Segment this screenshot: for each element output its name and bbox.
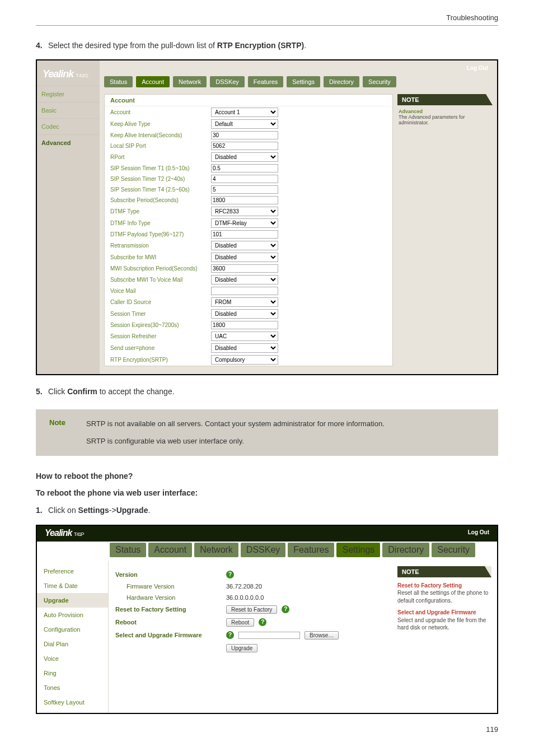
logout-link[interactable]: Log Out: [467, 65, 488, 71]
side-tab-register[interactable]: Register: [37, 86, 100, 102]
settings-select[interactable]: DTMF-Relay: [211, 218, 278, 228]
settings-key: Retransmission: [110, 242, 211, 249]
upgrade-file-input[interactable]: [238, 632, 300, 639]
tab-settings[interactable]: Settings: [287, 76, 320, 87]
tab-directory[interactable]: Directory: [324, 76, 359, 87]
settings-row: Caller ID SourceFROM: [105, 296, 392, 308]
settings-row: Subscribe MWI To Voice MailDisabled: [105, 274, 392, 286]
settings-key: SIP Session Timer T1 (0.5~10s): [110, 165, 211, 171]
sidebar-item[interactable]: Softkey Layout: [37, 695, 108, 710]
settings-table: Account AccountAccount 1Keep Alive TypeD…: [104, 94, 393, 366]
reboot-button[interactable]: Reboot: [226, 618, 254, 627]
upgrade-button[interactable]: Upgrade: [226, 644, 257, 652]
tab2-account[interactable]: Account: [148, 543, 192, 557]
step-1-num: 1.: [36, 504, 46, 516]
help-icon[interactable]: ?: [226, 571, 234, 578]
settings-select[interactable]: Disabled: [211, 241, 278, 250]
settings-row: RetransmissionDisabled: [105, 240, 392, 251]
settings-key: Session Refresher: [110, 333, 211, 339]
step-1-b2: Upgrade: [116, 506, 148, 515]
tab-features[interactable]: Features: [248, 76, 283, 87]
settings-select[interactable]: UAC: [211, 332, 278, 341]
side-tab-codec[interactable]: Codec: [37, 118, 100, 134]
settings-input[interactable]: [211, 131, 278, 139]
settings-key: SIP Session Timer T4 (2.5~60s): [110, 186, 211, 193]
settings-input[interactable]: [211, 142, 278, 150]
tab-status[interactable]: Status: [104, 76, 133, 87]
settings-select[interactable]: Disabled: [211, 343, 278, 353]
settings-input[interactable]: [211, 287, 278, 295]
sidebar-item[interactable]: Auto Provision: [37, 608, 108, 622]
settings-input[interactable]: [211, 185, 278, 194]
settings-select[interactable]: Account 1: [211, 108, 278, 117]
step-1-upgrade: 1. Click on Settings->Upgrade.: [36, 504, 498, 516]
settings-select[interactable]: RFC2833: [211, 207, 278, 216]
tab-security[interactable]: Security: [363, 76, 396, 87]
tab2-dsskey[interactable]: DSSKey: [241, 543, 285, 557]
tab-network[interactable]: Network: [173, 76, 207, 87]
side-tab-advanced[interactable]: Advanced: [37, 134, 100, 151]
browse-button[interactable]: Browse…: [305, 631, 339, 640]
settings-row: Subscribe Period(Seconds): [105, 195, 392, 206]
help-icon[interactable]: ?: [226, 631, 234, 639]
doc-note-line2: SRTP is configurable via web user interf…: [86, 436, 487, 447]
settings-input[interactable]: [211, 230, 278, 239]
tab2-security[interactable]: Security: [432, 543, 475, 557]
tab2-status[interactable]: Status: [110, 543, 146, 557]
tab2-settings[interactable]: Settings: [336, 543, 380, 557]
settings-select[interactable]: Disabled: [211, 253, 278, 262]
settings-input[interactable]: [211, 175, 278, 183]
settings-select[interactable]: Disabled: [211, 152, 278, 162]
settings-select[interactable]: Disabled: [211, 309, 278, 319]
settings-input[interactable]: [211, 164, 278, 172]
page-header: Troubleshooting: [36, 13, 498, 26]
settings-select[interactable]: Default: [211, 119, 278, 129]
tab-dsskey[interactable]: DSSKey: [210, 76, 245, 87]
tab2-features[interactable]: Features: [288, 543, 334, 557]
settings-input[interactable]: [211, 264, 278, 273]
note-title: Advanced: [399, 109, 423, 114]
step-1-b1: Settings: [78, 506, 109, 515]
tab-account[interactable]: Account: [136, 76, 170, 87]
sidebar-item[interactable]: Dial Plan: [37, 637, 108, 651]
sidebar-item[interactable]: Preference: [37, 564, 108, 578]
label-reboot: Reboot: [115, 619, 222, 626]
settings-key: Subscribe MWI To Voice Mail: [110, 277, 211, 283]
step-4: 4. Select the desired type from the pull…: [36, 39, 498, 52]
label-reset: Reset to Factory Setting: [115, 606, 222, 613]
step-4-num: 4.: [36, 39, 46, 52]
sidebar-item[interactable]: Configuration: [37, 622, 108, 637]
step-5-num: 5.: [36, 385, 46, 398]
settings-key: Subscribe for MWI: [110, 254, 211, 260]
brand-logo: Yealink T42G: [37, 60, 100, 86]
note-header: NOTE: [397, 94, 493, 105]
settings-row: DTMF TypeRFC2833: [105, 206, 392, 217]
sidebar-item[interactable]: Time & Date: [37, 578, 108, 593]
section-question: How to reboot the phone?: [36, 472, 498, 480]
settings-select[interactable]: Disabled: [211, 275, 278, 284]
page-number: 119: [36, 725, 498, 734]
settings-row: SIP Session Timer T2 (2~40s): [105, 174, 392, 184]
note-text: Advanced The Advanced parameters for adm…: [397, 105, 493, 125]
sidebar-item[interactable]: Upgrade: [37, 593, 108, 608]
sidebar-item[interactable]: Ring: [37, 666, 108, 680]
sidebar-item[interactable]: Tones: [37, 680, 108, 695]
settings-row: DTMF Info TypeDTMF-Relay: [105, 217, 392, 229]
settings-select[interactable]: FROM: [211, 297, 278, 307]
sidebar-item[interactable]: Voice: [37, 651, 108, 666]
settings-key: Session Expires(30~7200s): [110, 322, 211, 328]
doc-note: Note SRTP is not available on all server…: [36, 409, 498, 456]
settings-input[interactable]: [211, 196, 278, 204]
shot2-logout[interactable]: Log Out: [468, 529, 489, 535]
settings-select[interactable]: Compulsory: [211, 355, 278, 365]
step-4-bold: RTP Encryption (SRTP): [217, 41, 304, 50]
tab2-network[interactable]: Network: [194, 543, 238, 557]
help-icon[interactable]: ?: [259, 618, 266, 626]
note-upgrade-title: Select and Upgrade Firmware: [397, 609, 491, 617]
reset-to-factory-button[interactable]: Reset to Factory: [226, 605, 277, 614]
help-icon[interactable]: ?: [282, 605, 289, 613]
tab2-directory[interactable]: Directory: [382, 543, 429, 557]
settings-input[interactable]: [211, 321, 278, 329]
screenshot-upgrade: Yealink T41P Log Out Status Account Netw…: [36, 525, 498, 714]
side-tab-basic[interactable]: Basic: [37, 102, 100, 118]
